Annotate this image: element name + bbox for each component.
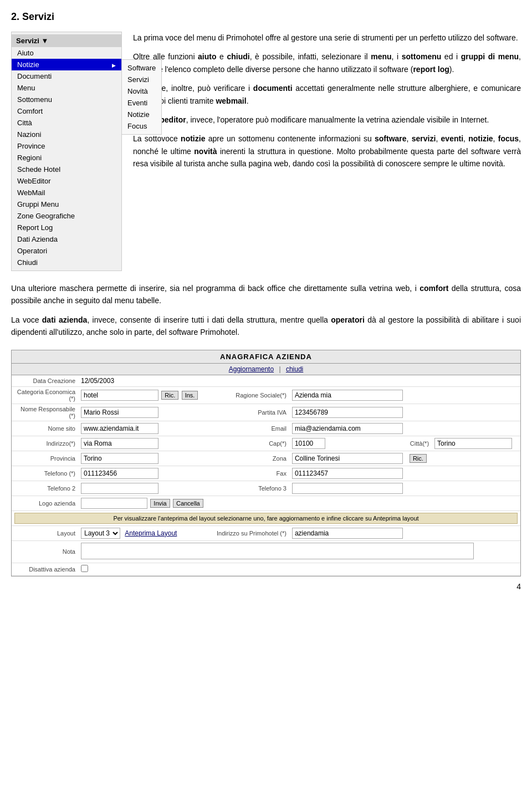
logo-input[interactable] (81, 498, 147, 509)
menu-header[interactable]: Servizi ▼ (12, 34, 121, 47)
anagrafica-form: ANAGRAFICA AZIENDA Aggiornamento | chiud… (11, 350, 521, 576)
sidebar-item-operatori[interactable]: Operatori (12, 245, 121, 257)
partita-input[interactable] (292, 407, 403, 418)
sidebar-item-sottomenu[interactable]: Sottomenu (12, 94, 121, 105)
zona-input-cell (289, 451, 406, 466)
page-number: 4 (11, 582, 521, 591)
provincia-input-cell (78, 451, 209, 466)
telefono2-input-cell (78, 481, 209, 496)
indirizzo-primo-input-cell (289, 526, 520, 540)
ragione-label-cell: Ragione Sociale(*) (209, 386, 289, 404)
submenu-servizi[interactable]: Servizi (122, 74, 161, 85)
sidebar-item-webmail[interactable]: WebMail (12, 187, 121, 198)
sidebar-item-schede-hotel[interactable]: Schede Hotel (12, 164, 121, 175)
nome-resp-input-cell (78, 404, 209, 421)
disattiva-checkbox[interactable] (81, 565, 88, 572)
cap-input[interactable] (292, 438, 325, 449)
sidebar-item-notizie[interactable]: Notizie (12, 59, 121, 70)
sidebar-item-nazioni[interactable]: Nazioni (12, 129, 121, 140)
notizie-submenu: Software Servizi Novità Eventi Notizie F… (121, 59, 162, 135)
telefono2-label: Telefono 2 (12, 481, 78, 496)
email-label-cell: Email (209, 421, 289, 436)
sidebar-item-dati-azienda[interactable]: Dati Azienda (12, 233, 121, 245)
partita-input-cell (289, 404, 520, 421)
cancella-button[interactable]: Cancella (173, 499, 203, 508)
citta-input[interactable] (434, 438, 512, 449)
provincia-input[interactable] (81, 453, 158, 464)
telefono-input[interactable] (81, 468, 158, 479)
sidebar-item-report-log[interactable]: Report Log (12, 222, 121, 233)
citta-label-cell: Città(*) (406, 436, 432, 451)
paragraph-2: Oltre alle funzioni aiuto e chiudi, è po… (133, 50, 521, 75)
zona-input[interactable] (292, 453, 403, 464)
citta-input-cell (432, 436, 520, 451)
indirizzo-primo-input[interactable] (292, 528, 403, 539)
sidebar-item-regioni[interactable]: Regioni (12, 152, 121, 164)
sidebar-item-gruppi-menu[interactable]: Gruppi Menu (12, 198, 121, 210)
fax-input-cell (289, 466, 520, 481)
nome-resp-input[interactable] (81, 407, 158, 418)
sidebar-item-chiudi[interactable]: Chiudi (12, 257, 121, 268)
ragione-input-cell (289, 386, 520, 404)
fax-label-cell: Fax (209, 466, 289, 481)
nome-sito-input[interactable] (81, 423, 158, 434)
table-row: Telefono 2 Telefono 3 (12, 481, 520, 496)
categoria-label: Categoria Economica(*) (12, 386, 78, 404)
below-paragraph-2: La voce dati azienda, invece, consente d… (11, 314, 521, 339)
table-row: Disattiva azienda (12, 563, 520, 575)
layout-select[interactable]: Layout 3 (81, 528, 120, 539)
nota-textarea[interactable] (81, 543, 474, 559)
indirizzo-input[interactable] (81, 438, 158, 449)
invia-button[interactable]: Invia (150, 499, 170, 508)
notizie-label: Notizie (17, 60, 39, 69)
table-row: Nota (12, 540, 520, 563)
table-row: Logo azienda Invia Cancella (12, 496, 520, 511)
paragraph-3: Il gestore, inoltre, può verificare i do… (133, 82, 521, 107)
indirizzo-input-cell (78, 436, 209, 451)
partita-label-cell: Partita IVA (209, 404, 289, 421)
sidebar-item-citta[interactable]: Città (12, 117, 121, 129)
cap-input-cell (289, 436, 406, 451)
email-input[interactable] (292, 423, 403, 434)
sidebar-item-menu[interactable]: Menu (12, 82, 121, 94)
table-row: Telefono (*) Fax (12, 466, 520, 481)
sidebar-item-documenti[interactable]: Documenti (12, 70, 121, 82)
ins-button-categoria[interactable]: Ins. (182, 391, 198, 400)
sidebar-item-webeditor[interactable]: WebEditor (12, 175, 121, 187)
below-paragraph-1: Una ulteriore maschera permette di inser… (11, 282, 521, 307)
sidebar-item-aiuto[interactable]: Aiuto (12, 47, 121, 59)
main-content: La prima voce del menu di Primohotel off… (133, 32, 521, 271)
ric-button-zona[interactable]: Ric. (410, 454, 427, 463)
table-row: Data Creazione 12/05/2003 (12, 375, 520, 387)
cap-label-cell: Cap(*) (209, 436, 289, 451)
ragione-input[interactable] (292, 390, 403, 401)
submenu-focus[interactable]: Focus (122, 120, 161, 132)
table-row: Provincia Zona Ric. (12, 451, 520, 466)
categoria-input-cell: Ric. Ins. (78, 386, 209, 404)
version-spacer (289, 375, 406, 387)
nome-sito-label: Nome sito (12, 421, 78, 436)
submenu-notizie[interactable]: Notizie (122, 109, 161, 120)
menu-items-list: Aiuto Notizie Documenti Menu Sottomenu C… (12, 47, 121, 268)
telefono2-input[interactable] (81, 483, 158, 494)
toolbar-aggiornamento[interactable]: Aggiornamento (229, 365, 274, 373)
categoria-input[interactable] (81, 390, 158, 401)
submenu-software[interactable]: Software (122, 62, 161, 74)
indirizzo-label: Indirizzo(*) (12, 436, 78, 451)
ric-button-categoria[interactable]: Ric. (161, 391, 178, 400)
telefono3-label-cell: Telefono 3 (209, 481, 289, 496)
telefono3-input[interactable] (292, 483, 403, 494)
sidebar-item-zone-geografiche[interactable]: Zone Geografiche (12, 210, 121, 222)
nome-sito-input-cell (78, 421, 209, 436)
submenu-novita[interactable]: Novità (122, 85, 161, 97)
toolbar-chiudi[interactable]: chiudi (286, 365, 303, 373)
fax-input[interactable] (292, 468, 403, 479)
table-row: Categoria Economica(*) Ric. Ins. Ragione… (12, 386, 520, 404)
sidebar: Servizi ▼ Aiuto Notizie Documenti Menu S… (11, 32, 122, 271)
anteprima-layout-link[interactable]: Anteprima Layout (125, 529, 177, 537)
sidebar-item-province[interactable]: Province (12, 140, 121, 152)
submenu-eventi[interactable]: Eventi (122, 97, 161, 109)
nome-resp-label: Nome Responsabile(*) (12, 404, 78, 421)
toolbar-separator: | (279, 365, 280, 373)
sidebar-item-comfort[interactable]: Comfort (12, 105, 121, 117)
